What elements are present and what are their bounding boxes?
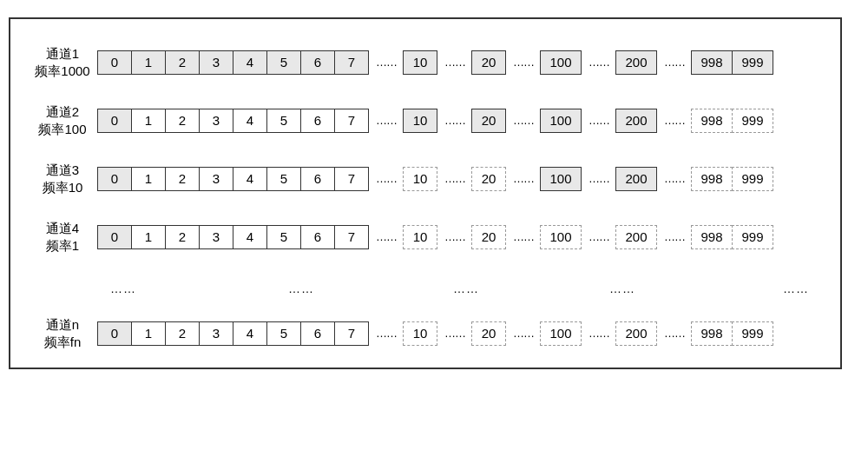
channel-label: 通道4频率1 <box>28 220 97 254</box>
ellipsis: …… <box>437 172 472 185</box>
cell: 998 <box>691 109 733 133</box>
ellipsis: …… <box>369 230 404 243</box>
cell: 10 <box>403 109 437 133</box>
ellipsis: …… <box>506 230 541 243</box>
cell: 4 <box>233 109 267 133</box>
channel-frequency: 频率100 <box>28 121 97 138</box>
cell: 6 <box>300 109 335 133</box>
cell: 10 <box>403 167 437 191</box>
channel-frequency: 频率fn <box>28 334 97 351</box>
vertical-ellipsis: …… <box>288 281 314 295</box>
cell: 3 <box>199 225 233 249</box>
channel-name: 通道n <box>28 316 97 334</box>
ellipsis: …… <box>582 327 616 340</box>
channel-row: 通道1频率100001234567……10……20……100……200……998… <box>28 45 823 79</box>
channel-name: 通道2 <box>28 103 97 121</box>
vertical-ellipsis: …… <box>453 281 479 295</box>
cell: 0 <box>97 109 132 133</box>
vertical-ellipsis: …… <box>783 281 809 295</box>
cell: 6 <box>300 321 335 346</box>
cell: 100 <box>540 50 582 75</box>
ellipsis: …… <box>369 327 404 340</box>
cell: 0 <box>97 225 132 249</box>
ellipsis: …… <box>657 230 692 243</box>
channel-label: 通道1频率1000 <box>28 45 97 79</box>
cell: 200 <box>615 50 657 75</box>
ellipsis: …… <box>437 230 472 243</box>
cell: 10 <box>403 225 437 249</box>
cell: 4 <box>233 225 267 249</box>
cell: 200 <box>615 109 657 133</box>
channel-label: 通道2频率100 <box>28 103 97 137</box>
cell: 5 <box>266 50 301 75</box>
cell: 4 <box>233 321 267 346</box>
cell: 7 <box>334 109 369 133</box>
cell: 200 <box>615 225 657 249</box>
vertical-ellipsis-row: ………………………… <box>28 278 823 299</box>
cell: 100 <box>540 167 582 191</box>
ellipsis: …… <box>582 230 616 243</box>
ellipsis: …… <box>437 56 472 69</box>
cell: 20 <box>471 50 506 75</box>
cell: 6 <box>300 50 335 75</box>
channel-frequency: 频率10 <box>28 179 97 196</box>
ellipsis: …… <box>369 172 404 185</box>
cell: 999 <box>732 321 773 346</box>
cell: 999 <box>732 50 773 75</box>
cell: 7 <box>334 167 369 191</box>
cell: 999 <box>732 167 773 191</box>
cell: 998 <box>691 225 733 249</box>
cell: 4 <box>233 50 267 75</box>
cell: 6 <box>300 225 335 249</box>
ellipsis: …… <box>437 114 472 127</box>
cell: 10 <box>403 321 437 346</box>
ellipsis: …… <box>506 114 541 127</box>
cell: 2 <box>165 225 200 249</box>
cell: 0 <box>97 321 132 346</box>
cell: 100 <box>540 321 582 346</box>
channel-row: 通道2频率10001234567……10……20……100……200……9989… <box>28 103 823 137</box>
cell: 1 <box>131 109 166 133</box>
cell: 100 <box>540 109 582 133</box>
ellipsis: …… <box>657 327 692 340</box>
ellipsis: …… <box>582 56 616 69</box>
cell: 2 <box>165 167 200 191</box>
cell: 20 <box>471 321 506 346</box>
ellipsis: …… <box>506 56 541 69</box>
cell: 2 <box>165 321 200 346</box>
channel-label: 通道n频率fn <box>28 316 97 350</box>
cell-strip: 01234567……10……20……100……200……998999 <box>97 50 773 75</box>
cell: 999 <box>732 109 773 133</box>
channel-frequency: 频率1000 <box>28 63 97 80</box>
cell: 7 <box>334 50 369 75</box>
channel-name: 通道3 <box>28 162 97 179</box>
cell: 1 <box>131 50 166 75</box>
cell: 20 <box>471 109 506 133</box>
cell-strip: 01234567……10……20……100……200……998999 <box>97 109 773 133</box>
cell-strip: 01234567……10……20……100……200……998999 <box>97 167 773 191</box>
ellipsis: …… <box>582 114 616 127</box>
cell: 0 <box>97 167 132 191</box>
cell: 7 <box>334 225 369 249</box>
channel-row: 通道3频率1001234567……10……20……100……200……99899… <box>28 162 823 195</box>
cell: 5 <box>266 321 301 346</box>
channel-row: 通道4频率101234567……10……20……100……200……998999 <box>28 220 823 254</box>
cell: 5 <box>266 109 301 133</box>
channel-name: 通道1 <box>28 45 97 63</box>
cell: 0 <box>97 50 132 75</box>
cell: 200 <box>615 167 657 191</box>
cell: 3 <box>199 50 233 75</box>
cell: 998 <box>691 50 733 75</box>
cell: 2 <box>165 109 200 133</box>
cell: 998 <box>691 167 733 191</box>
cell: 5 <box>266 167 301 191</box>
cell: 999 <box>732 225 773 249</box>
cell: 7 <box>334 321 369 346</box>
channel-label: 通道3频率10 <box>28 162 97 195</box>
cell: 998 <box>691 321 733 346</box>
vertical-ellipsis: …… <box>609 281 635 295</box>
cell: 100 <box>540 225 582 249</box>
cell: 20 <box>471 167 506 191</box>
channel-name: 通道4 <box>28 220 97 237</box>
cell: 1 <box>131 321 166 346</box>
